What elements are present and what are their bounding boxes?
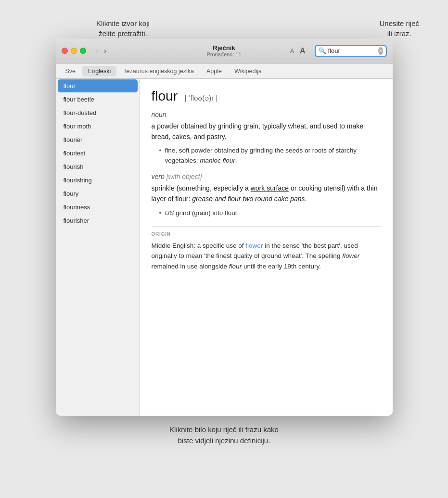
tab-apple[interactable]: Apple (201, 66, 228, 77)
origin-text-1: Middle English: a specific use of (152, 242, 246, 249)
fullscreen-button[interactable] (80, 48, 86, 54)
origin-label: ORIGIN (152, 231, 381, 237)
search-clear-button[interactable]: ✕ (378, 47, 383, 55)
minimize-button[interactable] (71, 48, 77, 54)
window-title-area: Rječnik Pronađeno: 11 (206, 44, 241, 57)
origin-divider (152, 226, 381, 227)
sidebar-item-flouriness[interactable]: flouriness (58, 201, 138, 214)
tab-wikipedia[interactable]: Wikipedija (229, 66, 268, 77)
main-area: flour flour beetle flour-dusted flour mo… (56, 79, 393, 416)
bottom-annotation: Kliknite bilo koju riječ ili frazu kako … (0, 416, 448, 451)
verb-definition: sprinkle (something, especially a work s… (152, 183, 381, 204)
tab-english[interactable]: Engleski (82, 66, 116, 77)
close-button[interactable] (62, 48, 68, 54)
origin-italic-1: flower (342, 252, 359, 259)
verb-def-end: . (305, 195, 307, 203)
sidebar-item-flour-moth[interactable]: flour moth (58, 120, 138, 133)
titlebar: ‹ › Rječnik Pronađeno: 11 A A 🔍 ✕ (56, 38, 393, 64)
sidebar-item-flourishing[interactable]: flourishing (58, 174, 138, 187)
dictionary-window: ‹ › Rječnik Pronađeno: 11 A A 🔍 ✕ (56, 38, 393, 416)
decrease-font-button[interactable]: A (289, 46, 295, 56)
verb-qualifier-text: [with object] (166, 173, 202, 180)
search-box[interactable]: 🔍 ✕ (315, 45, 387, 57)
tab-thesaurus[interactable]: Tezaurus engleskog jezika (117, 66, 200, 77)
sidebar-item-floury[interactable]: floury (58, 187, 138, 200)
annotation-search: Unesite riječ ili izraz. (379, 18, 419, 38)
sidebar-item-flour-beetle[interactable]: flour beetle (58, 93, 138, 106)
verb-bullet-main: grind (grain) into flour. (176, 209, 239, 217)
font-size-buttons: A A (289, 46, 307, 56)
tab-all[interactable]: Sve (60, 66, 82, 77)
result-count: Pronađeno: 11 (206, 51, 241, 57)
sidebar: flour flour beetle flour-dusted flour mo… (56, 79, 140, 416)
origin-text: Middle English: a specific use of flower… (152, 241, 381, 272)
origin-text-3: remained in use alongside (152, 263, 229, 270)
origin-link[interactable]: flower (245, 242, 263, 249)
full-layout: Kliknite izvor koji želite pretražiti. U… (0, 0, 448, 451)
noun-label: noun (152, 111, 381, 118)
sidebar-item-flourisher[interactable]: flourisher (58, 214, 138, 227)
noun-bullet-italic: manioc flour (200, 157, 235, 164)
verb-def-link[interactable]: work surface (251, 184, 289, 192)
definition-content: flour | ˈfloʊ(ə)r | noun a powder obtain… (140, 79, 393, 416)
pronunciation: | ˈfloʊ(ə)r | (184, 94, 218, 102)
tabs-bar: Sve Engleski Tezaurus engleskog jezika A… (56, 64, 393, 79)
noun-bullet: fine, soft powder obtained by grinding t… (159, 146, 381, 166)
verb-bullet: US grind (grain) into flour. (159, 208, 381, 218)
search-input[interactable] (328, 47, 376, 54)
origin-text-4: until the early 19th century. (242, 263, 321, 270)
nav-buttons: ‹ › (94, 46, 109, 56)
noun-bullet-text: fine, soft powder obtained by grinding t… (165, 147, 357, 164)
verb-label: verb [with object] (152, 173, 381, 180)
noun-bullet-end: . (235, 157, 237, 164)
top-annotations: Kliknite izvor koji želite pretražiti. U… (0, 10, 448, 38)
verb-bullet-prefix: US (165, 209, 176, 217)
verb-def-italic: grease and flour two round cake pans (192, 195, 305, 203)
word-heading: flour (152, 89, 178, 103)
verb-label-text: verb (152, 173, 165, 180)
window-title: Rječnik (206, 44, 241, 51)
annotation-source: Kliknite izvor koji želite pretražiti. (96, 18, 150, 38)
window-wrapper: ‹ › Rječnik Pronađeno: 11 A A 🔍 ✕ (56, 38, 393, 416)
word-heading-area: flour | ˈfloʊ(ə)r | (152, 89, 381, 104)
verb-def-1: sprinkle (something, especially a (152, 184, 251, 192)
sidebar-item-flouriest[interactable]: flouriest (58, 147, 138, 160)
noun-definition: a powder obtained by grinding grain, typ… (152, 121, 381, 142)
traffic-lights (62, 48, 86, 54)
sidebar-item-flour-dusted[interactable]: flour-dusted (58, 106, 138, 119)
increase-font-button[interactable]: A (298, 46, 307, 56)
origin-italic-2: flour (229, 263, 242, 270)
search-icon: 🔍 (319, 47, 326, 54)
back-button[interactable]: ‹ (94, 46, 100, 56)
sidebar-item-flourish[interactable]: flourish (58, 160, 138, 173)
sidebar-item-flourier[interactable]: flourier (58, 133, 138, 146)
forward-button[interactable]: › (102, 46, 108, 56)
sidebar-item-flour[interactable]: flour (58, 79, 138, 92)
